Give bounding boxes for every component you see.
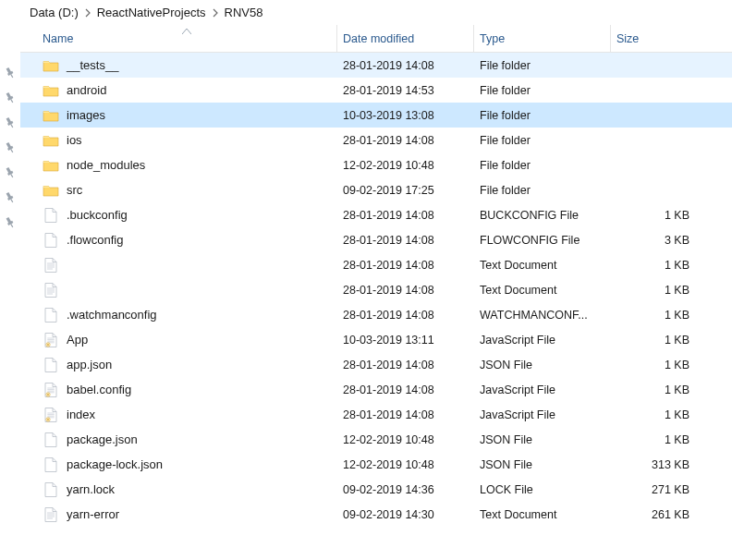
svg-point-24: [47, 394, 49, 396]
file-row[interactable]: android28-01-2019 14:53File folder: [20, 78, 732, 103]
cell-date: 10-03-2019 13:11: [337, 334, 474, 347]
cell-type: File folder: [474, 134, 611, 147]
file-row[interactable]: .watchmanconfig28-01-2019 14:08WATCHMANC…: [20, 302, 732, 327]
pin-icon[interactable]: [4, 191, 17, 204]
cell-type: Text Document: [474, 259, 611, 272]
cell-size: 3 KB: [611, 234, 699, 247]
cell-date: 10-03-2019 13:08: [337, 109, 474, 122]
js-file-icon: [43, 332, 59, 348]
column-header-size-label: Size: [616, 32, 639, 45]
file-name-label: package.json: [67, 432, 138, 446]
js-file-icon: [43, 407, 59, 423]
file-icon: [43, 481, 59, 498]
file-row[interactable]: App10-03-2019 13:11JavaScript File1 KB: [20, 327, 732, 352]
file-name-label: yarn-error: [67, 507, 119, 521]
breadcrumb-segment[interactable]: Data (D:): [30, 6, 79, 19]
column-headers: Name Date modified Type Size: [20, 25, 732, 53]
pin-icon[interactable]: [4, 116, 17, 129]
file-row[interactable]: ios28-01-2019 14:08File folder: [20, 128, 732, 152]
file-icon: [43, 432, 59, 448]
column-header-size[interactable]: Size: [611, 25, 699, 52]
cell-name: .flowconfig: [37, 232, 337, 249]
file-row[interactable]: node_modules12-02-2019 10:48File folder: [20, 152, 732, 177]
file-row[interactable]: index28-01-2019 14:08JavaScript File1 KB: [20, 402, 732, 427]
cell-type: JavaScript File: [474, 383, 611, 396]
cell-type: FLOWCONFIG File: [474, 234, 611, 247]
cell-name: package-lock.json: [37, 457, 337, 473]
folder-icon: [43, 57, 59, 74]
file-name-label: .buckconfig: [67, 208, 128, 222]
pin-icon[interactable]: [4, 216, 17, 229]
column-header-name[interactable]: Name: [37, 25, 337, 52]
svg-rect-5: [10, 99, 13, 103]
file-name-label: src: [67, 183, 82, 197]
cell-date: 28-01-2019 14:08: [337, 359, 474, 371]
file-name-label: android: [67, 83, 106, 97]
file-row[interactable]: 28-01-2019 14:08Text Document1 KB: [20, 277, 732, 302]
cell-date: 12-02-2019 10:48: [337, 458, 474, 471]
cell-type: JSON File: [474, 433, 611, 446]
file-icon: [43, 357, 59, 373]
cell-size: 1 KB: [611, 259, 699, 272]
file-row[interactable]: .flowconfig28-01-2019 14:08FLOWCONFIG Fi…: [20, 227, 732, 252]
cell-type: WATCHMANCONF...: [474, 309, 611, 322]
svg-rect-20: [10, 224, 13, 227]
file-row[interactable]: images10-03-2019 13:08File folder: [20, 103, 732, 128]
cell-type: JavaScript File: [474, 334, 611, 347]
file-name-label: index: [67, 408, 95, 421]
cell-name: .buckconfig: [37, 207, 337, 224]
cell-name: yarn.lock: [37, 481, 337, 498]
cell-type: File folder: [474, 59, 611, 72]
quick-access-pin-strip: [0, 0, 20, 527]
cell-size: 1 KB: [611, 309, 699, 322]
file-explorer-window: Data (D:)ReactNativeProjectsRNV58 Name D…: [0, 0, 732, 527]
cell-name: android: [37, 82, 337, 99]
file-row[interactable]: package-lock.json12-02-2019 10:48JSON Fi…: [20, 452, 732, 477]
folder-icon: [43, 82, 59, 99]
cell-type: Text Document: [474, 508, 611, 521]
file-name-label: .watchmanconfig: [67, 308, 157, 322]
cell-date: 12-02-2019 10:48: [337, 159, 474, 172]
pin-icon[interactable]: [4, 67, 17, 79]
cell-name: images: [37, 107, 337, 124]
text-file-icon: [43, 506, 59, 523]
file-row[interactable]: app.json28-01-2019 14:08JSON File1 KB: [20, 352, 732, 377]
folder-icon: [43, 157, 59, 174]
cell-date: 28-01-2019 14:08: [337, 259, 474, 272]
cell-type: JSON File: [474, 359, 611, 371]
cell-name: [37, 257, 337, 274]
file-row[interactable]: package.json12-02-2019 10:48JSON File1 K…: [20, 427, 732, 452]
file-name-label: App: [67, 333, 88, 347]
file-name-label: __tests__: [67, 58, 118, 72]
column-header-date-label: Date modified: [343, 32, 414, 45]
file-name-label: babel.config: [67, 383, 131, 396]
file-list[interactable]: __tests__28-01-2019 14:08File folderandr…: [20, 53, 732, 527]
file-name-label: app.json: [67, 358, 112, 371]
cell-size: 1 KB: [611, 334, 699, 347]
svg-rect-11: [10, 149, 13, 152]
column-header-date[interactable]: Date modified: [337, 25, 474, 52]
breadcrumb-segment[interactable]: RNV58: [225, 6, 263, 19]
column-header-type[interactable]: Type: [474, 25, 611, 52]
file-row[interactable]: 28-01-2019 14:08Text Document1 KB: [20, 252, 732, 277]
cell-date: 28-01-2019 14:08: [337, 309, 474, 322]
file-name-label: images: [67, 108, 105, 122]
file-row[interactable]: yarn-error09-02-2019 14:30Text Document2…: [20, 502, 732, 527]
cell-type: BUCKCONFIG File: [474, 209, 611, 222]
breadcrumb[interactable]: Data (D:)ReactNativeProjectsRNV58: [20, 0, 732, 25]
cell-name: App: [37, 332, 337, 348]
cell-date: 28-01-2019 14:08: [337, 284, 474, 297]
cell-name: yarn-error: [37, 506, 337, 523]
cell-size: 271 KB: [611, 483, 699, 496]
pin-icon[interactable]: [4, 166, 17, 179]
file-row[interactable]: babel.config28-01-2019 14:08JavaScript F…: [20, 377, 732, 402]
breadcrumb-segment[interactable]: ReactNativeProjects: [97, 6, 206, 19]
chevron-right-icon: [84, 8, 92, 18]
cell-size: 1 KB: [611, 433, 699, 446]
pin-icon[interactable]: [4, 141, 17, 154]
file-row[interactable]: yarn.lock09-02-2019 14:36LOCK File271 KB: [20, 477, 732, 502]
file-row[interactable]: .buckconfig28-01-2019 14:08BUCKCONFIG Fi…: [20, 202, 732, 227]
pin-icon[interactable]: [4, 91, 17, 104]
file-row[interactable]: src09-02-2019 17:25File folder: [20, 177, 732, 202]
file-row[interactable]: __tests__28-01-2019 14:08File folder: [20, 53, 732, 78]
